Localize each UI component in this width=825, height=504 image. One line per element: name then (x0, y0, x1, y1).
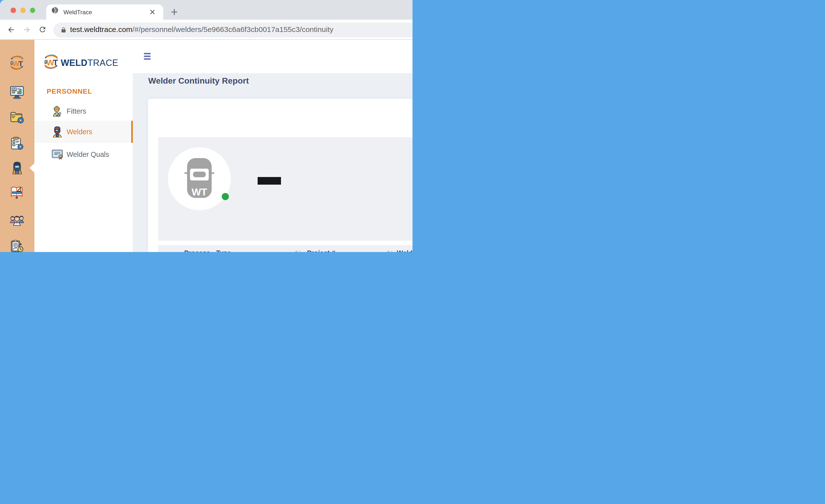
svg-text:T: T (18, 60, 23, 68)
svg-text:WT: WT (192, 186, 207, 198)
svg-text:T: T (53, 58, 58, 67)
